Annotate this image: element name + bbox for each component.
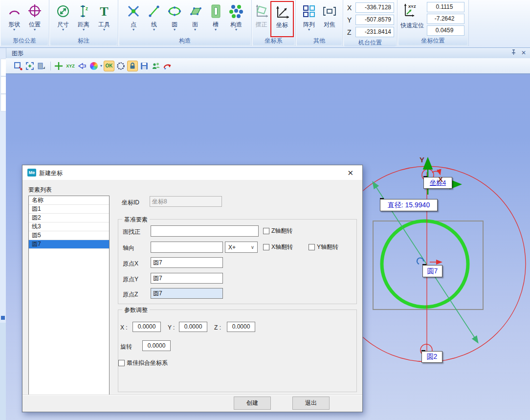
dropdown-caret-icon[interactable]: ▾ (194, 28, 196, 32)
line-icon (147, 1, 161, 21)
dropdown-caret-icon[interactable]: ▾ (215, 28, 217, 32)
rotate-label: 旋转 (120, 343, 132, 351)
coord-id-label: 坐标ID (122, 199, 139, 207)
y-flip-checkbox[interactable]: Y轴翻转 (309, 243, 338, 251)
slot-icon (208, 1, 223, 21)
select-chevron-icon: ∨ (251, 244, 254, 250)
align-button[interactable]: 摆正 (253, 1, 269, 28)
dimension-button[interactable]: 尺寸 ▾ (53, 1, 73, 32)
pin-icon[interactable] (511, 49, 516, 57)
axis-direction-select[interactable]: X+ ∨ (225, 242, 258, 253)
dropdown-caret-icon[interactable]: ▾ (308, 28, 310, 32)
exit-button[interactable]: 退出 (292, 397, 330, 410)
origin-z-input[interactable]: 圆7 (151, 288, 223, 299)
position-button[interactable]: 位置 ▾ (24, 1, 45, 32)
xyz-display-icon[interactable]: XYZ (65, 61, 76, 71)
active-tool-highlight: 坐标 (270, 1, 294, 37)
lock-icon[interactable] (127, 61, 138, 71)
coordinate-axes-icon (274, 2, 290, 22)
crosshair-icon[interactable] (53, 61, 64, 71)
panel-title: 图形 (12, 49, 23, 58)
list-item[interactable]: 圆1 (29, 205, 109, 214)
color-wheel-icon[interactable] (88, 61, 99, 71)
zoom-fit-icon[interactable] (24, 61, 35, 71)
dropdown-caret-icon[interactable]: ▾ (153, 28, 155, 32)
array-button[interactable]: 阵列 ▾ (299, 1, 319, 32)
origin-x-label: 原点X (123, 260, 138, 268)
list-item[interactable]: 圆5 (29, 231, 109, 240)
checkbox-box[interactable] (263, 244, 269, 250)
param-x-label: X : (120, 324, 128, 331)
param-z-input[interactable]: 0.0000 (227, 322, 255, 332)
circle7-label[interactable]: 圆7 (422, 265, 442, 277)
group-label-coord-position: 坐标位置 (398, 37, 467, 45)
focus-button[interactable]: 对焦 (319, 1, 340, 28)
dropdown-caret-icon[interactable]: ▾ (174, 28, 176, 32)
machine-x-value: -336.7128 (355, 2, 394, 13)
point-button[interactable]: 点 ▾ (123, 1, 144, 32)
letter-t-icon: T (97, 1, 111, 21)
dropdown-caret-icon[interactable]: ▾ (13, 28, 15, 32)
line-button[interactable]: 线 ▾ (144, 1, 164, 32)
element-listbox[interactable]: 名称 圆1 圆2 线3 圆5 圆7 (28, 196, 110, 395)
list-item-selected[interactable]: 圆7 (29, 240, 109, 249)
coordinate-button[interactable]: 坐标 (272, 2, 292, 28)
graphics-toolbar: XYZ ▾ OK (6, 58, 530, 74)
dropdown-caret-icon[interactable]: ▾ (62, 28, 64, 32)
param-y-input[interactable]: 0.0000 (179, 322, 207, 332)
dashed-circle-icon[interactable] (115, 61, 126, 71)
axis-direction-label: 轴向 (123, 244, 134, 252)
best-fit-checkbox[interactable]: 最佳拟合坐标系 (118, 359, 168, 367)
plane-align-label: 面找正 (123, 228, 140, 236)
origin-y-label: 原点Y (123, 275, 138, 284)
ribbon-group-machine-position: X -336.7128 Y -507.8579 Z -231.8414 机台位置 (343, 0, 398, 46)
quick-position-button[interactable]: XYZ 快速定位 (400, 2, 424, 37)
distance-button[interactable]: z 距离 ▾ (73, 1, 94, 32)
users-icon[interactable] (151, 61, 161, 71)
list-item[interactable]: 线3 (29, 222, 109, 231)
dropdown-caret-icon[interactable]: ▾ (235, 28, 237, 32)
dropdown-caret-icon[interactable]: ▾ (103, 28, 105, 32)
dropdown-caret-icon[interactable]: ▾ (132, 28, 134, 32)
dialog-titlebar[interactable]: Me 新建坐标 ✕ (22, 165, 362, 180)
dialog-close-icon[interactable]: ✕ (347, 169, 353, 177)
collapsed-panel-icon[interactable] (1, 316, 5, 320)
diameter-measurement-label[interactable]: 直径: 15.9940 (380, 199, 438, 211)
checkbox-box[interactable] (263, 228, 269, 234)
origin-y-input[interactable]: 圆7 (151, 273, 223, 284)
machine-z-label: Z (347, 28, 352, 36)
rotate-redo-icon[interactable] (162, 61, 173, 71)
plane-button[interactable]: 面 ▾ (185, 1, 205, 32)
create-button[interactable]: 创建 (234, 397, 271, 410)
construct-button[interactable]: 构造 ▾ (226, 1, 246, 32)
axis-direction-input[interactable] (151, 242, 223, 253)
param-x-input[interactable]: 0.0000 (132, 322, 161, 332)
checkbox-box[interactable] (118, 360, 125, 366)
origin-x-input[interactable]: 圆7 (151, 257, 223, 268)
checkbox-box[interactable] (309, 244, 315, 250)
close-panel-icon[interactable]: ✕ (521, 49, 526, 56)
color-dropdown-caret-icon[interactable]: ▾ (100, 64, 102, 68)
tools-button[interactable]: T 工具 ▾ (94, 1, 114, 32)
z-flip-checkbox[interactable]: Z轴翻转 (263, 227, 292, 235)
circle2-label[interactable]: 圆2 (421, 351, 442, 363)
ok-toggle-icon[interactable]: OK (104, 61, 114, 71)
x-flip-checkbox[interactable]: X轴翻转 (263, 243, 293, 251)
save-icon[interactable] (139, 61, 150, 71)
rotate-input[interactable]: 0.0000 (142, 340, 171, 351)
flip-view-icon[interactable] (36, 61, 47, 71)
dropdown-caret-icon[interactable]: ▾ (34, 28, 36, 32)
array-grid-icon (302, 1, 316, 21)
slot-button[interactable]: 槽 ▾ (205, 1, 226, 32)
position-target-icon (27, 1, 43, 21)
ribbon-group-gdt: 形状 ▾ 位置 ▾ 形位公差 (0, 0, 49, 46)
group-label-coordsys: 坐标系 (253, 37, 294, 45)
circle-button[interactable]: 圆 ▾ (164, 1, 185, 32)
view-reset-icon[interactable] (13, 61, 23, 71)
undo-arrow-icon[interactable] (77, 61, 88, 71)
plane-align-input[interactable] (151, 225, 259, 237)
dropdown-caret-icon[interactable]: ▾ (83, 28, 85, 32)
shape-button[interactable]: 形状 ▾ (4, 1, 24, 32)
list-item[interactable]: 圆2 (29, 214, 109, 222)
machine-x-label: X (347, 4, 352, 12)
